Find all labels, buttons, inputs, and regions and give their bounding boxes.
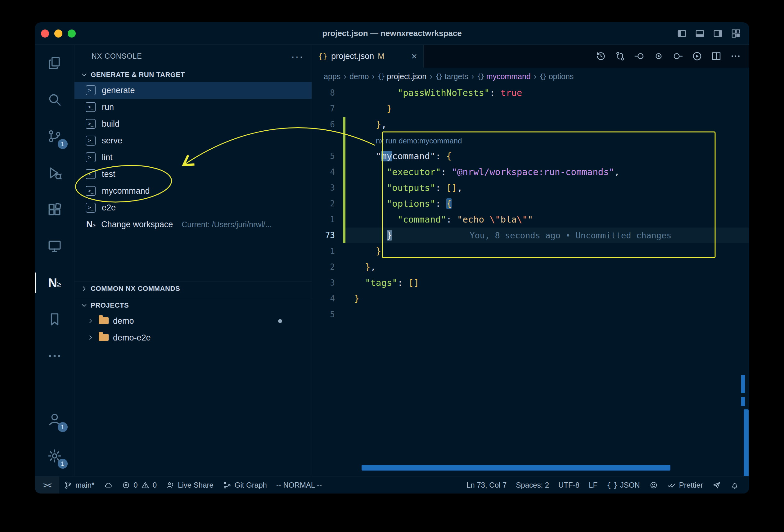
section-header-generate-run-target[interactable]: GENERATE & RUN TARGET (75, 68, 312, 82)
toggle-panel-icon[interactable] (695, 28, 705, 39)
horizontal-scrollbar[interactable] (362, 465, 670, 471)
split-editor-icon[interactable] (711, 51, 722, 62)
activity-more-views[interactable] (35, 338, 75, 374)
tab-bar: {} project.json M × (312, 45, 749, 68)
status-prettier[interactable]: Prettier (663, 476, 708, 494)
section-header-projects[interactable]: PROJECTS (75, 298, 312, 313)
code-line[interactable]: 1 } (312, 243, 749, 259)
line-number: 8 (312, 85, 343, 101)
sidebar-more-actions-icon[interactable]: ··· (291, 50, 304, 62)
symbol-braces-icon: {} (539, 73, 546, 80)
gitlens-heatmap-icon[interactable] (653, 51, 664, 62)
activity-search[interactable] (35, 81, 75, 118)
tab-project-json[interactable]: {} project.json M × (312, 45, 424, 68)
activity-accounts[interactable]: 1 (35, 401, 75, 438)
status-live-share[interactable]: Live Share (161, 476, 218, 494)
code-line[interactable]: 8 "passWithNoTests": true (312, 85, 749, 101)
activity-remote-explorer[interactable] (35, 228, 75, 264)
codelens-run-command[interactable]: nx run demo:mycommand (376, 137, 462, 145)
code-token: "echo (457, 214, 490, 225)
activity-run-and-debug[interactable] (35, 155, 75, 191)
activity-explorer[interactable] (35, 45, 75, 81)
gitlens-blame-icon[interactable] (672, 51, 683, 62)
code-line[interactable]: 7 } (312, 101, 749, 117)
code-line[interactable]: nx run demo:mycommand (312, 133, 749, 148)
status-announcement[interactable] (708, 476, 726, 494)
code-line[interactable]: 3 "tags": [] (312, 275, 749, 291)
target-item-mycommand[interactable]: >_mycommand (75, 183, 312, 199)
code-token: command" (392, 151, 436, 161)
breadcrumb-options[interactable]: {}options (539, 72, 573, 81)
change-workspace-item[interactable]: N≥ Change workspace Current: /Users/juri… (75, 216, 312, 233)
activity-extensions[interactable] (35, 191, 75, 228)
activity-bookmarks[interactable] (35, 301, 75, 338)
status-notifications[interactable] (726, 476, 744, 494)
status-feedback[interactable] (645, 476, 663, 494)
run-command-icon[interactable] (692, 51, 703, 62)
status-cursor-position[interactable]: Ln 73, Col 7 (462, 476, 511, 494)
status-git-branch[interactable]: main* (59, 476, 99, 494)
breadcrumb-apps[interactable]: apps (324, 72, 340, 81)
toggle-primary-sidebar-icon[interactable] (677, 28, 687, 39)
minimize-window-button[interactable] (54, 29, 62, 37)
code-line[interactable]: 2 "options": { (312, 196, 749, 212)
code-line[interactable]: 2 }, (312, 259, 749, 275)
code-line[interactable]: 5 "mycommand": { (312, 148, 749, 164)
breadcrumb-demo[interactable]: demo (349, 72, 369, 81)
activity-settings[interactable]: 1 (35, 438, 75, 474)
target-item-generate[interactable]: >_generate (75, 82, 312, 99)
code-line[interactable]: 5 (312, 307, 749, 323)
status-encoding[interactable]: UTF-8 (554, 476, 584, 494)
more-actions-icon[interactable] (730, 51, 741, 62)
status-eol[interactable]: LF (584, 476, 602, 494)
code-editor[interactable]: 8 "passWithNoTests": true7 }6 }, nx run … (312, 85, 749, 476)
status-sync-status[interactable] (99, 476, 117, 494)
close-window-button[interactable] (41, 29, 49, 37)
target-item-serve[interactable]: >_serve (75, 132, 312, 149)
toggle-secondary-sidebar-icon[interactable] (712, 28, 723, 39)
customize-layout-icon[interactable] (731, 28, 741, 39)
status-vim-mode[interactable]: -- NORMAL -- (272, 476, 327, 494)
status-indentation[interactable]: Spaces: 2 (511, 476, 554, 494)
breadcrumb-project.json[interactable]: {}project.json (378, 72, 426, 81)
breadcrumb-mycommand[interactable]: {}mycommand (477, 72, 530, 81)
breadcrumb-label: targets (444, 72, 468, 81)
line-number: 2 (312, 196, 343, 212)
target-item-lint[interactable]: >_lint (75, 149, 312, 166)
code-line[interactable]: 4 "executor": "@nrwl/workspace:run-comma… (312, 164, 749, 180)
project-item-demo-e2e[interactable]: demo-e2e (75, 329, 312, 346)
activity-source-control[interactable]: 1 (35, 118, 75, 155)
breadcrumb-targets[interactable]: {}targets (436, 72, 468, 81)
status-problems[interactable]: 00 (117, 476, 161, 494)
code-token: " (528, 214, 533, 225)
code-line[interactable]: 73 }You, 8 seconds ago • Uncommitted cha… (312, 227, 749, 243)
section-header-common-nx-commands[interactable]: COMMON NX COMMANDS (75, 282, 312, 296)
code-line[interactable]: 1 "command": "echo \"bla\"" (312, 212, 749, 227)
status-git-graph[interactable]: Git Graph (218, 476, 272, 494)
breadcrumb-separator: › (429, 72, 432, 81)
change-indicator (343, 196, 345, 212)
code-line[interactable]: 4} (312, 291, 749, 307)
status-remote-indicator[interactable]: >< (35, 476, 59, 494)
target-item-e2e[interactable]: >_e2e (75, 199, 312, 216)
target-item-build[interactable]: >_build (75, 115, 312, 132)
target-item-test[interactable]: >_test (75, 166, 312, 183)
indent-guide (387, 212, 387, 235)
activity-nx-console[interactable]: N≥ (35, 264, 75, 301)
chevron-down-icon (80, 71, 88, 79)
git-compare-icon[interactable] (615, 51, 626, 62)
code-line[interactable]: 3 "outputs": [], (312, 180, 749, 196)
zoom-window-button[interactable] (68, 29, 76, 37)
status-text: Git Graph (235, 481, 267, 489)
timeline-icon[interactable] (595, 51, 607, 62)
vertical-scrollbar[interactable] (744, 410, 749, 476)
code-line[interactable]: 6 }, (312, 117, 749, 133)
gitlens-open-changes-icon[interactable] (634, 51, 645, 62)
target-item-run[interactable]: >_run (75, 99, 312, 115)
change-workspace-path: Current: /Users/juri/nrwl/... (181, 220, 272, 229)
status-language-mode[interactable]: { }JSON (602, 476, 645, 494)
nx-logo-icon: N≥ (48, 276, 61, 290)
project-item-demo[interactable]: demo (75, 313, 312, 329)
code-token (354, 119, 376, 130)
close-tab-icon[interactable]: × (411, 51, 417, 62)
